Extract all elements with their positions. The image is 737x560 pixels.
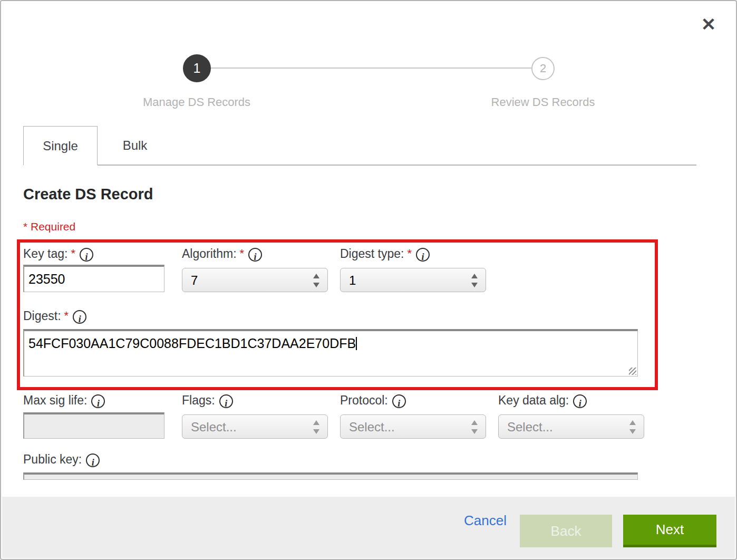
- protocol-label: Protocol:i: [340, 393, 406, 408]
- max-sig-life-input[interactable]: [23, 412, 164, 439]
- info-icon[interactable]: i: [86, 453, 100, 467]
- algorithm-selected-value: 7: [191, 273, 198, 288]
- step-1-indicator: 1: [183, 54, 211, 82]
- tab-bulk[interactable]: Bulk: [98, 126, 172, 165]
- protocol-label-text: Protocol:: [340, 393, 388, 407]
- info-icon[interactable]: i: [80, 248, 93, 262]
- digest-type-select[interactable]: 1: [340, 268, 486, 292]
- back-button[interactable]: Back: [520, 515, 612, 547]
- digest-type-label: Digest type:*i: [340, 247, 430, 262]
- step-2-indicator: 2: [531, 57, 555, 80]
- select-arrows-icon: [629, 419, 636, 435]
- flags-label-text: Flags:: [182, 393, 215, 407]
- algorithm-label-text: Algorithm:: [182, 247, 237, 260]
- flags-label: Flags:i: [182, 393, 233, 408]
- public-key-label-text: Public key:: [23, 452, 82, 466]
- create-ds-record-dialog: ✕ 1 2 Manage DS Records Review DS Record…: [0, 0, 737, 560]
- select-arrows-icon: [471, 273, 478, 288]
- step-1-label: Manage DS Records: [107, 95, 286, 109]
- public-key-label: Public key:i: [23, 452, 100, 467]
- info-icon[interactable]: i: [416, 248, 430, 262]
- select-arrows-icon: [313, 419, 320, 435]
- key-data-alg-selected-value: Select...: [507, 420, 553, 435]
- max-sig-life-label: Max sig life:i: [23, 393, 105, 408]
- tab-single[interactable]: Single: [23, 126, 98, 165]
- required-note: * Required: [23, 220, 75, 233]
- key-tag-label-text: Key tag:: [23, 247, 67, 260]
- stepper-connector: [211, 67, 531, 69]
- info-icon[interactable]: i: [573, 394, 587, 408]
- digest-label: Digest:*i: [23, 309, 86, 324]
- key-data-alg-select[interactable]: Select...: [498, 414, 644, 439]
- resize-handle-icon[interactable]: [629, 368, 636, 375]
- page-title: Create DS Record: [23, 186, 153, 203]
- flags-selected-value: Select...: [191, 420, 237, 435]
- info-icon[interactable]: i: [91, 394, 105, 408]
- digest-type-label-text: Digest type:: [340, 247, 404, 260]
- protocol-select[interactable]: Select...: [340, 414, 486, 439]
- public-key-textarea[interactable]: [23, 472, 638, 480]
- max-sig-life-label-text: Max sig life:: [23, 393, 87, 407]
- digest-value: 54FCF030AA1C79C0088FDEC1BD1C37DAA2E70DFB: [28, 336, 356, 351]
- flags-select[interactable]: Select...: [182, 414, 328, 439]
- algorithm-label: Algorithm:*i: [182, 247, 262, 262]
- protocol-selected-value: Select...: [349, 420, 395, 435]
- required-asterisk: *: [71, 247, 75, 260]
- info-icon[interactable]: i: [219, 394, 233, 408]
- algorithm-select[interactable]: 7: [182, 268, 328, 292]
- required-asterisk: *: [240, 247, 245, 260]
- select-arrows-icon: [313, 273, 320, 288]
- cancel-button[interactable]: Cancel: [464, 513, 507, 529]
- required-asterisk: *: [407, 247, 412, 260]
- step-2-label: Review DS Records: [453, 95, 633, 109]
- digest-type-selected-value: 1: [349, 273, 356, 288]
- tab-divider: [98, 165, 696, 166]
- dialog-footer: Cancel Back Next: [2, 497, 735, 558]
- close-icon[interactable]: ✕: [697, 13, 720, 36]
- digest-textarea[interactable]: 54FCF030AA1C79C0088FDEC1BD1C37DAA2E70DFB: [23, 329, 638, 376]
- digest-label-text: Digest:: [23, 309, 61, 323]
- required-asterisk: *: [64, 309, 69, 322]
- info-icon[interactable]: i: [73, 310, 86, 324]
- info-icon[interactable]: i: [392, 394, 406, 408]
- key-data-alg-label: Key data alg:i: [498, 393, 587, 408]
- info-icon[interactable]: i: [248, 248, 262, 262]
- next-button[interactable]: Next: [623, 515, 716, 547]
- select-arrows-icon: [471, 419, 478, 435]
- key-data-alg-label-text: Key data alg:: [498, 393, 569, 407]
- text-cursor: [356, 337, 357, 350]
- key-tag-input[interactable]: [23, 265, 164, 292]
- key-tag-label: Key tag:*i: [23, 247, 93, 262]
